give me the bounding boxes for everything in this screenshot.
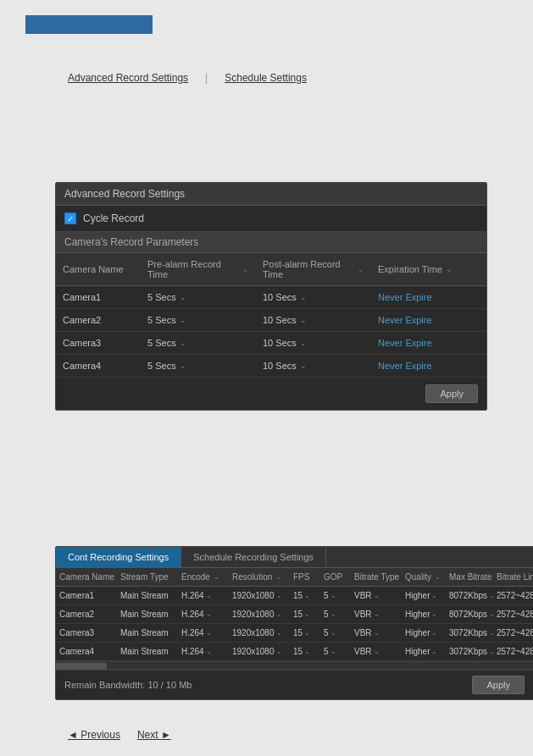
- p2r4-bitrate-type[interactable]: VBR ⌄: [351, 643, 402, 660]
- camera3-pre-alarm[interactable]: 5 Secs ⌄: [141, 332, 256, 354]
- p2r1-encode[interactable]: H.264 ⌄: [178, 587, 229, 604]
- p2r3-stream: Main Stream: [117, 624, 178, 642]
- bt-dd-icon4: ⌄: [374, 648, 380, 655]
- encode-dd-icon2: ⌄: [206, 610, 212, 618]
- p2r2-bitrate-limit: 2572~4288Kbps: [493, 605, 533, 623]
- fps-dd-icon: ⌄: [304, 592, 310, 599]
- res-dd-icon3: ⌄: [276, 629, 282, 637]
- p2r4-resolution[interactable]: 1920x1080 ⌄: [229, 643, 290, 660]
- bt-dd-icon: ⌄: [374, 592, 380, 599]
- p2r4-stream: Main Stream: [117, 643, 178, 660]
- encode-dd-icon3: ⌄: [206, 629, 212, 637]
- bottom-nav-next[interactable]: Next ►: [137, 729, 171, 741]
- table-row: Camera2 Main Stream H.264 ⌄ 1920x1080 ⌄ …: [56, 605, 533, 624]
- p2r4-gop[interactable]: 5 ⌄: [320, 643, 351, 660]
- camera4-pre-alarm[interactable]: 5 Secs ⌄: [141, 355, 256, 377]
- bottom-nav-prev[interactable]: ◄ Previous: [68, 729, 120, 741]
- table-row: Camera3 5 Secs ⌄ 10 Secs ⌄ Never Expire: [56, 332, 486, 355]
- tab-cont-recording[interactable]: Cont Recording Settings: [56, 547, 181, 567]
- camera1-name: Camera1: [56, 286, 141, 308]
- camera3-expiration: Never Expire: [371, 332, 486, 354]
- p2r4-encode[interactable]: H.264 ⌄: [178, 643, 229, 660]
- table-row: Camera4 5 Secs ⌄ 10 Secs ⌄ Never Expire: [56, 355, 486, 378]
- p2r1-bitrate-type[interactable]: VBR ⌄: [351, 587, 402, 604]
- q-dd-icon2: ⌄: [431, 610, 437, 618]
- p2r4-quality[interactable]: Higher ⌄: [402, 643, 446, 660]
- p2r1-quality[interactable]: Higher ⌄: [402, 587, 446, 604]
- post-alarm-sort-icon: ⌄: [358, 265, 364, 273]
- p2r3-bitrate-limit: 2572~4288Kbps: [493, 624, 533, 642]
- p2r2-bitrate-type[interactable]: VBR ⌄: [351, 605, 402, 623]
- p2r3-gop[interactable]: 5 ⌄: [320, 624, 351, 642]
- p2-col-max-bitrate: Max Bitrate ⌄: [446, 568, 493, 586]
- p2r1-fps[interactable]: 15 ⌄: [290, 587, 320, 604]
- p2r3-quality[interactable]: Higher ⌄: [402, 624, 446, 642]
- camera1-pre-alarm[interactable]: 5 Secs ⌄: [141, 286, 256, 308]
- p2r2-resolution[interactable]: 1920x1080 ⌄: [229, 605, 290, 623]
- table-header: Camera Name Pre-alarm Record Time ⌄ Post…: [56, 253, 486, 286]
- panel2-footer: Remain Bandwidth: 10 / 10 Mb Apply: [56, 670, 533, 699]
- p2-col-encode: Encode ⌄: [178, 568, 229, 586]
- panel2-apply-button[interactable]: Apply: [472, 676, 525, 694]
- p2r1-resolution[interactable]: 1920x1080 ⌄: [229, 587, 290, 604]
- p2r1-max-bitrate[interactable]: 8072Kbps ⌄: [446, 587, 493, 604]
- bt-dd-icon2: ⌄: [374, 610, 380, 618]
- res-dd-icon: ⌄: [276, 592, 282, 599]
- p2r2-fps[interactable]: 15 ⌄: [290, 605, 320, 623]
- panel2-table-header: Camera Name Stream Type Encode ⌄ Resolut…: [56, 568, 533, 587]
- p2r3-encode[interactable]: H.264 ⌄: [178, 624, 229, 642]
- camera1-post-alarm[interactable]: 10 Secs ⌄: [256, 286, 371, 308]
- p2r3-max-bitrate[interactable]: 3072Kbps ⌄: [446, 624, 493, 642]
- q-dd-icon4: ⌄: [431, 648, 437, 655]
- p2-col-stream: Stream Type: [117, 568, 178, 586]
- p2-col-resolution: Resolution ⌄: [229, 568, 290, 586]
- horizontal-scrollbar[interactable]: [56, 661, 533, 670]
- camera3-name: Camera3: [56, 332, 141, 354]
- cycle-record-label: Cycle Record: [83, 212, 144, 224]
- p2-col-gop: GOP: [320, 568, 351, 586]
- pre-alarm-sort-icon: ⌄: [242, 265, 249, 273]
- p2r2-max-bitrate[interactable]: 8072Kbps ⌄: [446, 605, 493, 623]
- p2r1-gop[interactable]: 5 ⌄: [320, 587, 351, 604]
- post-alarm-dropdown-icon3: ⌄: [300, 339, 307, 347]
- p2r3-resolution[interactable]: 1920x1080 ⌄: [229, 624, 290, 642]
- p2r3-camera: Camera3: [56, 624, 117, 642]
- p2r2-gop[interactable]: 5 ⌄: [320, 605, 351, 623]
- apply-row: Apply: [56, 378, 486, 410]
- p2r4-max-bitrate[interactable]: 3072Kbps ⌄: [446, 643, 493, 660]
- camera2-post-alarm[interactable]: 10 Secs ⌄: [256, 309, 371, 331]
- quality-sort-icon: ⌄: [435, 573, 441, 581]
- col-post-alarm: Post-alarm Record Time ⌄: [256, 253, 371, 285]
- top-nav-link2[interactable]: Schedule Settings: [225, 72, 307, 84]
- p2r3-bitrate-type[interactable]: VBR ⌄: [351, 624, 402, 642]
- tab-schedule-recording[interactable]: Schedule Recording Settings: [181, 547, 326, 567]
- p2r4-fps[interactable]: 15 ⌄: [290, 643, 320, 660]
- camera2-pre-alarm[interactable]: 5 Secs ⌄: [141, 309, 256, 331]
- encode-dd-icon4: ⌄: [206, 648, 212, 655]
- cycle-record-checkbox[interactable]: ✓: [64, 212, 76, 224]
- p2r1-stream: Main Stream: [117, 587, 178, 604]
- top-nav-separator: |: [205, 72, 208, 84]
- p2r2-quality[interactable]: Higher ⌄: [402, 605, 446, 623]
- p2r4-bitrate-limit: 2572~4288Kbps: [493, 643, 533, 660]
- p2r3-fps[interactable]: 15 ⌄: [290, 624, 320, 642]
- top-nav-link1[interactable]: Advanced Record Settings: [68, 72, 188, 84]
- camera4-post-alarm[interactable]: 10 Secs ⌄: [256, 355, 371, 377]
- panel1-apply-button[interactable]: Apply: [425, 384, 478, 403]
- camera2-name: Camera2: [56, 309, 141, 331]
- p2r4-camera: Camera4: [56, 643, 117, 660]
- col-pre-alarm: Pre-alarm Record Time ⌄: [141, 253, 256, 285]
- p2r1-bitrate-limit: 2572~4288Kbps: [493, 587, 533, 604]
- p2r2-encode[interactable]: H.264 ⌄: [178, 605, 229, 623]
- bottom-nav: ◄ Previous Next ►: [68, 729, 171, 741]
- camera3-post-alarm[interactable]: 10 Secs ⌄: [256, 332, 371, 354]
- pre-alarm-dropdown-icon3: ⌄: [180, 339, 186, 347]
- p2-col-quality: Quality ⌄: [402, 568, 446, 586]
- encode-dd-icon: ⌄: [206, 592, 212, 599]
- gop-dd-icon2: ⌄: [330, 610, 336, 618]
- expiration-sort-icon: ⌄: [446, 265, 452, 273]
- header-bar: [25, 15, 153, 34]
- pre-alarm-dropdown-icon: ⌄: [180, 293, 186, 301]
- fps-dd-icon2: ⌄: [304, 610, 310, 618]
- scrollbar-thumb[interactable]: [56, 663, 107, 670]
